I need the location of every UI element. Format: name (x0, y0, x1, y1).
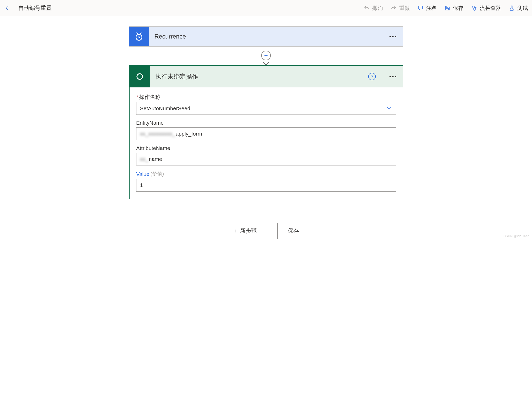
new-step-label: 新步骤 (240, 228, 257, 234)
attributename-input[interactable]: xx_name (136, 153, 396, 165)
recurrence-menu[interactable] (383, 36, 403, 37)
more-icon (389, 36, 396, 37)
operation-label: * 操作名称 (136, 93, 396, 101)
value-label-text: Value (136, 171, 149, 177)
recurrence-header: Recurrence (129, 27, 403, 46)
plus-icon (264, 53, 268, 58)
operation-value: SetAutoNumberSeed (140, 105, 190, 111)
back-button[interactable] (4, 5, 11, 12)
top-toolbar: 自动编号重置 撤消 重做 注释 保存 (0, 0, 532, 16)
undo-label: 撤消 (372, 5, 383, 12)
watermark: CSDN @Vic.Tang (504, 234, 529, 238)
flow-checker-label: 流检查器 (480, 5, 501, 12)
save-icon (444, 5, 450, 11)
flow-checker-button[interactable]: 流检查器 (471, 5, 501, 12)
more-icon (389, 76, 396, 77)
action-card-container: 执行未绑定操作 ? * 操作名称 SetAutoNumberSeed (129, 65, 403, 199)
field-operation: * 操作名称 SetAutoNumberSeed (136, 93, 396, 115)
help-button[interactable]: ? (368, 73, 376, 80)
redo-icon (391, 5, 397, 11)
value-text: 1 (140, 182, 143, 188)
entityname-label: EntityName (136, 120, 396, 126)
field-attributename: AttributeName xx_name (136, 145, 396, 165)
add-step-button[interactable] (261, 51, 271, 60)
recurrence-card-container: Recurrence (129, 26, 403, 47)
redo-button: 重做 (391, 5, 410, 12)
attributename-blurred-prefix: xx_ (140, 156, 148, 162)
field-value: Value(价值) 1 (136, 171, 396, 192)
arrow-down-icon (262, 61, 270, 66)
operation-label-text: 操作名称 (139, 93, 161, 101)
action-title: 执行未绑定操作 (150, 72, 368, 81)
svg-point-0 (475, 7, 476, 8)
clock-icon (134, 31, 144, 42)
undo-button: 撤消 (364, 5, 383, 12)
test-button[interactable]: 测试 (509, 5, 528, 12)
action-icon-box (130, 66, 150, 87)
attributename-label: AttributeName (136, 145, 396, 151)
save-button[interactable]: 保存 (444, 5, 464, 12)
help-icon: ? (371, 74, 373, 79)
footer-buttons: ＋ 新步骤 保存 (223, 223, 309, 239)
value-input[interactable]: 1 (136, 179, 396, 192)
plus-text: ＋ (233, 228, 240, 234)
field-entityname: EntityName xx_xxxxxxxxx_apply_form (136, 120, 396, 140)
undo-icon (364, 5, 370, 11)
beaker-icon (509, 5, 515, 11)
toolbar-right: 撤消 重做 注释 保存 流检查器 (364, 5, 528, 12)
save-label: 保存 (453, 5, 464, 12)
recurrence-title: Recurrence (149, 33, 383, 40)
comment-button[interactable]: 注释 (417, 5, 437, 12)
value-label-paren: (价值) (150, 171, 164, 177)
entityname-suffix: apply_form (176, 131, 202, 137)
action-card[interactable]: 执行未绑定操作 ? * 操作名称 SetAutoNumberSeed (129, 65, 403, 199)
attributename-suffix: name (149, 156, 162, 162)
page-title: 自动编号重置 (18, 4, 52, 12)
action-menu[interactable] (383, 76, 403, 77)
required-mark: * (136, 94, 138, 100)
new-step-button[interactable]: ＋ 新步骤 (223, 223, 267, 239)
footer-save-button[interactable]: 保存 (277, 223, 309, 239)
footer-save-label: 保存 (288, 228, 299, 234)
value-label: Value(价值) (136, 171, 396, 177)
dataverse-icon (134, 71, 145, 82)
recurrence-card[interactable]: Recurrence (129, 26, 403, 47)
comment-icon (417, 5, 423, 11)
test-label: 测试 (517, 5, 528, 12)
recurrence-icon-box (129, 27, 149, 46)
back-arrow-icon (4, 5, 11, 11)
redo-label: 重做 (399, 5, 410, 12)
action-header: 执行未绑定操作 ? (130, 66, 403, 87)
entityname-blurred-prefix: xx_xxxxxxxxx_ (140, 131, 175, 137)
operation-select[interactable]: SetAutoNumberSeed (136, 102, 396, 115)
connector (266, 47, 266, 65)
toolbar-left: 自动编号重置 (4, 4, 52, 12)
action-body: * 操作名称 SetAutoNumberSeed EntityName xx_x… (130, 87, 403, 199)
comment-label: 注释 (426, 5, 437, 12)
chevron-down-icon (386, 105, 393, 112)
entityname-input[interactable]: xx_xxxxxxxxx_apply_form (136, 127, 396, 140)
flow-canvas: Recurrence 执行未绑定操作 (0, 16, 532, 259)
stethoscope-icon (471, 5, 477, 11)
